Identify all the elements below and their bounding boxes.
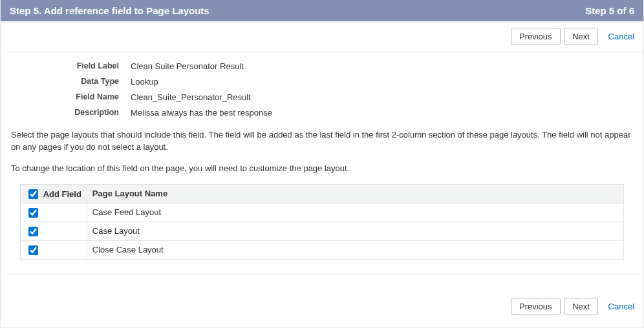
field-name-value: Clean_Suite_Personator_Result	[131, 92, 251, 102]
col-header-add-field-label: Add Field	[43, 189, 81, 199]
field-name-label: Field Name	[63, 92, 131, 102]
col-header-layout-name: Page Layout Name	[87, 184, 623, 203]
cancel-link[interactable]: Cancel	[608, 32, 634, 41]
wizard-content: Field Label Clean Suite Personator Resul…	[1, 52, 643, 274]
layouts-table: Add Field Page Layout Name Case Feed Lay…	[20, 184, 624, 260]
layout-name: Close Case Layout	[87, 240, 623, 259]
data-type-label: Data Type	[63, 77, 131, 87]
table-row: Case Feed Layout	[21, 203, 624, 222]
nav-bar-bottom: Previous Next Cancel	[1, 274, 643, 327]
description-label: Description	[63, 108, 131, 118]
next-button[interactable]: Next	[564, 28, 598, 45]
layout-checkbox[interactable]	[28, 227, 38, 236]
layout-checkbox[interactable]	[28, 245, 38, 255]
table-row: Case Layout	[21, 222, 624, 240]
wizard-title: Step 5. Add reference field to Page Layo…	[10, 5, 209, 16]
cancel-link[interactable]: Cancel	[608, 302, 634, 311]
field-definition: Field Label Clean Suite Personator Resul…	[63, 61, 633, 118]
nav-bar-top: Previous Next Cancel	[1, 21, 643, 52]
select-all-checkbox[interactable]	[28, 189, 38, 199]
instructions-2: To change the location of this field on …	[11, 163, 633, 175]
previous-button[interactable]: Previous	[511, 298, 561, 315]
previous-button[interactable]: Previous	[511, 28, 561, 45]
layout-name: Case Feed Layout	[87, 203, 623, 222]
col-header-add-field: Add Field	[21, 184, 87, 203]
instructions-1: Select the page layouts that should incl…	[11, 129, 633, 154]
layout-checkbox[interactable]	[28, 208, 38, 218]
field-label-label: Field Label	[63, 61, 131, 71]
data-type-value: Lookup	[131, 77, 158, 87]
wizard-header: Step 5. Add reference field to Page Layo…	[1, 0, 643, 21]
description-value: Melissa always has the best response	[131, 108, 272, 118]
field-label-value: Clean Suite Personator Result	[131, 61, 244, 71]
next-button[interactable]: Next	[564, 298, 598, 315]
wizard-step-indicator: Step 5 of 6	[585, 5, 634, 16]
layout-name: Case Layout	[87, 222, 623, 240]
wizard-container: Step 5. Add reference field to Page Layo…	[0, 0, 644, 327]
table-row: Close Case Layout	[21, 240, 624, 259]
